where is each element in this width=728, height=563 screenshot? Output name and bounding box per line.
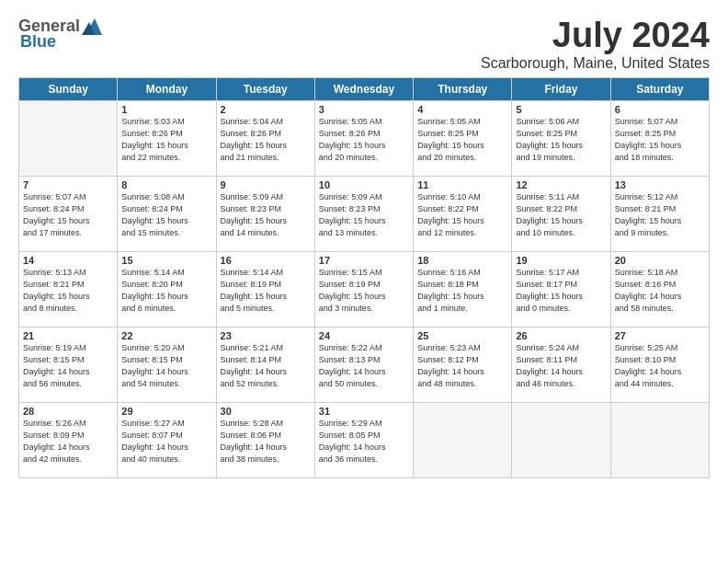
header: General Blue July 2024 Scarborough, Main… <box>18 17 710 72</box>
day-number: 26 <box>516 330 606 341</box>
day-info: Sunrise: 5:28 AM Sunset: 8:06 PM Dayligh… <box>221 418 311 465</box>
day-number: 17 <box>319 255 409 266</box>
day-info: Sunrise: 5:04 AM Sunset: 8:26 PM Dayligh… <box>221 116 311 164</box>
calendar-day: 16Sunrise: 5:14 AM Sunset: 8:19 PM Dayli… <box>216 251 314 327</box>
day-number: 3 <box>319 104 409 115</box>
calendar-header-row: SundayMondayTuesdayWednesdayThursdayFrid… <box>19 77 710 100</box>
day-info: Sunrise: 5:25 AM Sunset: 8:10 PM Dayligh… <box>615 342 705 390</box>
calendar-day: 27Sunrise: 5:25 AM Sunset: 8:10 PM Dayli… <box>610 327 709 402</box>
day-info: Sunrise: 5:15 AM Sunset: 8:19 PM Dayligh… <box>319 267 409 315</box>
calendar-day: 6Sunrise: 5:07 AM Sunset: 8:25 PM Daylig… <box>610 100 709 176</box>
calendar-day: 8Sunrise: 5:08 AM Sunset: 8:24 PM Daylig… <box>118 176 216 251</box>
calendar-day: 12Sunrise: 5:11 AM Sunset: 8:22 PM Dayli… <box>512 176 610 251</box>
calendar-day: 19Sunrise: 5:17 AM Sunset: 8:17 PM Dayli… <box>512 251 610 327</box>
calendar-day: 23Sunrise: 5:21 AM Sunset: 8:14 PM Dayli… <box>216 327 314 402</box>
page: General Blue July 2024 Scarborough, Main… <box>0 0 728 488</box>
calendar-day: 2Sunrise: 5:04 AM Sunset: 8:26 PM Daylig… <box>216 100 314 176</box>
calendar-week-3: 14Sunrise: 5:13 AM Sunset: 8:21 PM Dayli… <box>19 251 710 327</box>
day-info: Sunrise: 5:03 AM Sunset: 8:26 PM Dayligh… <box>121 116 211 164</box>
calendar-day: 15Sunrise: 5:14 AM Sunset: 8:20 PM Dayli… <box>118 251 216 327</box>
day-info: Sunrise: 5:20 AM Sunset: 8:15 PM Dayligh… <box>121 342 211 390</box>
day-number: 25 <box>417 330 507 341</box>
calendar-header-friday: Friday <box>512 77 610 100</box>
calendar-day: 21Sunrise: 5:19 AM Sunset: 8:15 PM Dayli… <box>19 327 118 402</box>
day-info: Sunrise: 5:27 AM Sunset: 8:07 PM Dayligh… <box>121 418 211 465</box>
day-number: 29 <box>121 406 211 417</box>
day-number: 28 <box>23 406 113 417</box>
day-info: Sunrise: 5:06 AM Sunset: 8:25 PM Dayligh… <box>516 116 606 164</box>
day-number: 15 <box>121 255 211 266</box>
day-info: Sunrise: 5:17 AM Sunset: 8:17 PM Dayligh… <box>516 267 606 315</box>
calendar-day: 10Sunrise: 5:09 AM Sunset: 8:23 PM Dayli… <box>314 176 413 251</box>
calendar-day: 3Sunrise: 5:05 AM Sunset: 8:26 PM Daylig… <box>314 100 413 176</box>
day-number: 30 <box>221 406 311 417</box>
calendar-day: 18Sunrise: 5:16 AM Sunset: 8:18 PM Dayli… <box>414 251 512 327</box>
calendar-day: 9Sunrise: 5:09 AM Sunset: 8:23 PM Daylig… <box>216 176 314 251</box>
calendar-day: 20Sunrise: 5:18 AM Sunset: 8:16 PM Dayli… <box>610 251 709 327</box>
title-section: July 2024 Scarborough, Maine, United Sta… <box>481 17 710 72</box>
calendar-day: 4Sunrise: 5:05 AM Sunset: 8:25 PM Daylig… <box>414 100 512 176</box>
calendar-day: 5Sunrise: 5:06 AM Sunset: 8:25 PM Daylig… <box>512 100 610 176</box>
day-info: Sunrise: 5:23 AM Sunset: 8:12 PM Dayligh… <box>417 342 507 390</box>
calendar-day: 17Sunrise: 5:15 AM Sunset: 8:19 PM Dayli… <box>314 251 413 327</box>
day-number: 19 <box>516 255 606 266</box>
subtitle: Scarborough, Maine, United States <box>481 55 710 72</box>
calendar-header-monday: Monday <box>118 77 216 100</box>
day-number: 18 <box>417 255 507 266</box>
day-info: Sunrise: 5:10 AM Sunset: 8:22 PM Dayligh… <box>417 191 507 239</box>
calendar-day <box>19 100 118 176</box>
day-number: 27 <box>615 330 705 341</box>
calendar-table: SundayMondayTuesdayWednesdayThursdayFrid… <box>18 77 710 478</box>
calendar-day: 7Sunrise: 5:07 AM Sunset: 8:24 PM Daylig… <box>19 176 118 251</box>
day-number: 1 <box>121 104 211 115</box>
day-info: Sunrise: 5:24 AM Sunset: 8:11 PM Dayligh… <box>516 342 606 390</box>
day-info: Sunrise: 5:14 AM Sunset: 8:19 PM Dayligh… <box>221 267 311 315</box>
day-number: 21 <box>23 330 113 341</box>
day-info: Sunrise: 5:05 AM Sunset: 8:25 PM Dayligh… <box>417 116 507 164</box>
day-number: 24 <box>319 330 409 341</box>
day-number: 10 <box>319 179 409 190</box>
calendar-week-1: 1Sunrise: 5:03 AM Sunset: 8:26 PM Daylig… <box>19 100 710 176</box>
calendar-week-4: 21Sunrise: 5:19 AM Sunset: 8:15 PM Dayli… <box>19 327 710 402</box>
main-title: July 2024 <box>481 17 710 55</box>
logo-icon <box>82 18 102 35</box>
calendar-header-wednesday: Wednesday <box>314 77 413 100</box>
day-info: Sunrise: 5:12 AM Sunset: 8:21 PM Dayligh… <box>615 191 705 239</box>
day-info: Sunrise: 5:13 AM Sunset: 8:21 PM Dayligh… <box>23 267 113 315</box>
day-info: Sunrise: 5:18 AM Sunset: 8:16 PM Dayligh… <box>615 267 705 315</box>
day-number: 22 <box>121 330 211 341</box>
calendar-week-5: 28Sunrise: 5:26 AM Sunset: 8:09 PM Dayli… <box>19 402 710 477</box>
day-info: Sunrise: 5:14 AM Sunset: 8:20 PM Dayligh… <box>121 267 211 315</box>
calendar-week-2: 7Sunrise: 5:07 AM Sunset: 8:24 PM Daylig… <box>19 176 710 251</box>
day-number: 13 <box>615 179 705 190</box>
calendar-header-thursday: Thursday <box>414 77 512 100</box>
day-number: 12 <box>516 179 606 190</box>
day-info: Sunrise: 5:22 AM Sunset: 8:13 PM Dayligh… <box>319 342 409 390</box>
day-number: 14 <box>23 255 113 266</box>
day-number: 8 <box>121 179 211 190</box>
day-number: 2 <box>221 104 311 115</box>
day-number: 16 <box>221 255 311 266</box>
day-info: Sunrise: 5:05 AM Sunset: 8:26 PM Dayligh… <box>319 116 409 164</box>
calendar-day <box>610 402 709 477</box>
calendar-day <box>512 402 610 477</box>
day-info: Sunrise: 5:09 AM Sunset: 8:23 PM Dayligh… <box>221 191 311 239</box>
calendar-day: 14Sunrise: 5:13 AM Sunset: 8:21 PM Dayli… <box>19 251 118 327</box>
day-info: Sunrise: 5:11 AM Sunset: 8:22 PM Dayligh… <box>516 191 606 239</box>
day-info: Sunrise: 5:08 AM Sunset: 8:24 PM Dayligh… <box>121 191 211 239</box>
day-number: 5 <box>516 104 606 115</box>
day-info: Sunrise: 5:16 AM Sunset: 8:18 PM Dayligh… <box>417 267 507 315</box>
day-number: 9 <box>221 179 311 190</box>
day-number: 20 <box>615 255 705 266</box>
calendar-day: 26Sunrise: 5:24 AM Sunset: 8:11 PM Dayli… <box>512 327 610 402</box>
day-number: 4 <box>417 104 507 115</box>
day-info: Sunrise: 5:21 AM Sunset: 8:14 PM Dayligh… <box>221 342 311 390</box>
day-number: 6 <box>615 104 705 115</box>
day-info: Sunrise: 5:09 AM Sunset: 8:23 PM Dayligh… <box>319 191 409 239</box>
calendar-day: 1Sunrise: 5:03 AM Sunset: 8:26 PM Daylig… <box>118 100 216 176</box>
calendar-day: 13Sunrise: 5:12 AM Sunset: 8:21 PM Dayli… <box>610 176 709 251</box>
logo: General Blue <box>18 17 104 52</box>
calendar-day: 11Sunrise: 5:10 AM Sunset: 8:22 PM Dayli… <box>414 176 512 251</box>
calendar-day: 29Sunrise: 5:27 AM Sunset: 8:07 PM Dayli… <box>118 402 216 477</box>
logo-blue: Blue <box>20 32 56 52</box>
